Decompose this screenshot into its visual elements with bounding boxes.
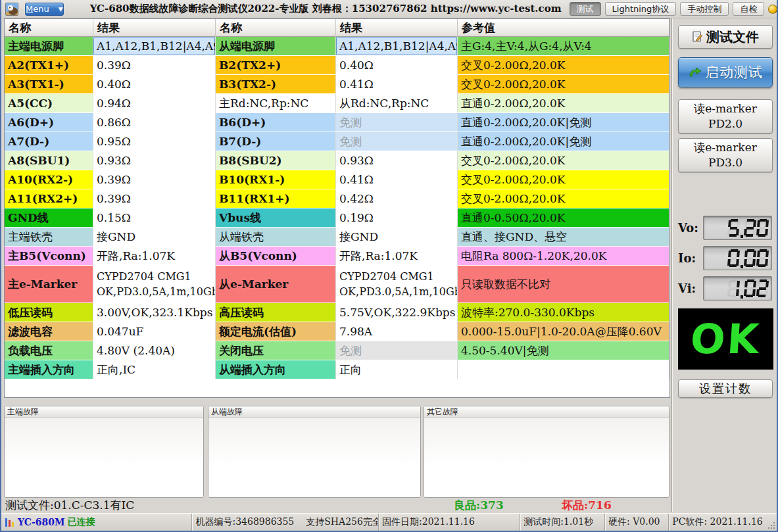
table-cell: 4.80V (2.40A) [93, 341, 216, 360]
table-cell: 0.41Ω [336, 75, 458, 94]
read-emarker-pd3-button[interactable]: 读e-marker PD3.0 [678, 138, 773, 172]
table-cell: 从Rd:NC,Rp:NC [336, 94, 458, 113]
vi-display [703, 276, 772, 301]
table-row[interactable]: A11(RX2+)0.39ΩB11(RX1+)0.42Ω交叉0-2.00Ω,20… [5, 189, 669, 208]
table-row[interactable]: 主端电源脚A1,A12,B1,B12|A4,A9从端电源脚A1,A12,B1,B… [5, 37, 669, 56]
bad-count: 坏品:716 [562, 498, 612, 513]
resize-grip[interactable] [766, 514, 777, 531]
table-cell: 滤波电容 [5, 322, 93, 341]
minimize-orb-button[interactable] [768, 5, 777, 14]
table-cell: GND线 [5, 208, 93, 228]
table-cell: 直通0-2.00Ω,20.0K|免测 [458, 132, 669, 151]
table-cell: 从端插入方向 [216, 360, 336, 379]
vo-meter: Vo: [678, 216, 773, 240]
io-meter: Io: [678, 246, 773, 270]
table-cell: 直通、接GND、悬空 [458, 228, 669, 247]
table-cell: 从端电源脚 [216, 37, 336, 56]
table-cell: A2(TX1+) [5, 56, 93, 75]
table-row[interactable]: A7(D-)0.95ΩB7(D-)免测直通0-2.00Ω,20.0K|免测 [5, 132, 669, 151]
vi-label: Vi: [678, 281, 703, 295]
table-cell: A6(D+) [5, 113, 93, 132]
table-cell: 关闭电压 [216, 341, 336, 360]
table-cell: 开路,Ra:1.07K [336, 247, 458, 266]
table-row[interactable]: 滤波电容0.047uF额定电流(估值)7.98A0.000-15.0uF|1.0… [5, 322, 669, 341]
table-cell: 主端铁壳 [5, 228, 93, 247]
table-cell: 交叉0-2.00Ω,20.0K [458, 75, 669, 94]
table-row[interactable]: 低压读码3.00V,OK,323.1Kbps高压读码5.75V,OK,322.9… [5, 303, 669, 322]
table-cell: B6(D+) [216, 113, 336, 132]
main-fault-panel: 主端故障 [4, 406, 204, 498]
table-cell: B11(RX1+) [216, 189, 336, 208]
control-sidebar: 测试文件 启动测试 读e-marker PD2.0 读e-marker PD3.… [671, 18, 778, 512]
table-cell: B7(D-) [216, 132, 336, 151]
table-row[interactable]: 负载电压4.80V (2.40A)关闭电压免测4.50-5.40V|免测 [5, 341, 669, 360]
table-row[interactable]: GND线0.15ΩVbus线0.19Ω直通0-0.50Ω,20.0K [5, 208, 669, 228]
table-cell: 0.41Ω [336, 170, 458, 189]
table-cell: 交叉0-2.00Ω,20.0K [458, 170, 669, 189]
tab-test[interactable]: 测试 [570, 2, 601, 16]
table-cell: A8(SBU1) [5, 151, 93, 170]
segment-digit [744, 249, 756, 267]
table-cell: 低压读码 [5, 303, 93, 322]
table-cell: 主e-Marker [5, 266, 93, 303]
table-cell: 0.39Ω [93, 189, 216, 208]
table-cell: 正向,IC [93, 360, 216, 379]
table-row[interactable]: 主B5(Vconn)开路,Ra:1.07K从B5(Vconn)开路,Ra:1.0… [5, 247, 669, 266]
column-header[interactable]: 名称 [5, 19, 93, 37]
table-row[interactable]: A10(RX2-)0.39ΩB10(RX1-)0.41Ω交叉0-2.00Ω,20… [5, 170, 669, 189]
title-bar: Menu ▼ YC-680数据线故障诊断综合测试仪2022-专业版 刘春根：15… [1, 0, 777, 18]
table-cell: 0.42Ω [336, 189, 458, 208]
column-header[interactable]: 参考值 [458, 19, 669, 37]
result-text: OK [689, 315, 763, 363]
column-header[interactable]: 结果 [336, 19, 458, 37]
table-row[interactable]: 主端插入方向正向,IC从端插入方向正向 [5, 360, 669, 379]
column-header[interactable]: 结果 [93, 19, 216, 37]
table-row[interactable]: 主端铁壳接GND从端铁壳接GND直通、接GND、悬空 [5, 228, 669, 247]
table-row[interactable]: A8(SBU1)0.93ΩB8(SBU2)0.93Ω交叉0-2.00Ω,20.0… [5, 151, 669, 170]
main-fault-list[interactable] [5, 418, 203, 498]
table-cell: 0.86Ω [93, 113, 216, 132]
table-row[interactable]: A5(CC)0.94Ω主Rd:NC,Rp:NC从Rd:NC,Rp:NC直通0-2… [5, 94, 669, 113]
table-cell: 主B5(Vconn) [5, 247, 93, 266]
machine-pane: 机器编号:3468986355 支持SHA256完全检测 [191, 514, 378, 531]
machine-id: 机器编号:3468986355 [195, 516, 294, 528]
menu-button[interactable]: Menu ▼ [25, 3, 64, 16]
table-cell: 波特率:270.0-330.0Kbps [458, 303, 669, 322]
table-row[interactable]: 主e-MarkerCYPD2704 CMG1 OK,PD3.0,5A,1m,10… [5, 266, 669, 303]
window-title: YC-680数据线故障诊断综合测试仪2022-专业版 刘春根：153027678… [90, 3, 562, 15]
table-row[interactable]: A2(TX1+)0.39ΩB2(TX2+)0.40Ω交叉0-2.00Ω,20.0… [5, 56, 669, 75]
table-cell: 接GND [336, 228, 458, 247]
table-cell: 从e-Marker [216, 266, 336, 303]
segment-digit [756, 249, 769, 267]
table-cell: 0.93Ω [93, 151, 216, 170]
test-file-button[interactable]: 测试文件 [678, 25, 773, 49]
sha-support: 支持SHA256完全检测 [306, 516, 378, 528]
table-cell: B2(TX2+) [216, 56, 336, 75]
status-bar: YC-680M已连接 机器编号:3468986355 支持SHA256完全检测 … [1, 513, 777, 531]
start-test-button[interactable]: 启动测试 [678, 57, 773, 87]
table-cell: 直通0-2.00Ω,20.0K|免测 [458, 113, 669, 132]
read-emarker-pd2-button[interactable]: 读e-marker PD2.0 [678, 99, 773, 133]
result-indicator: OK [678, 308, 773, 370]
table-row[interactable]: A6(D+)0.86ΩB6(D+)免测直通0-2.00Ω,20.0K|免测 [5, 113, 669, 132]
current-test-file: 测试文件:01.C-C3.1有IC [5, 498, 134, 513]
slave-fault-panel: 从端故障 [208, 406, 421, 498]
segment-decimal-point [741, 265, 743, 268]
other-fault-list[interactable] [424, 418, 669, 498]
table-cell: 0.94Ω [93, 94, 216, 113]
io-display [703, 246, 772, 270]
vi-meter: Vi: [678, 276, 773, 301]
io-label: Io: [678, 251, 703, 265]
tab-lightning-protocol[interactable]: Lightning协议 [605, 2, 677, 16]
table-row[interactable]: A3(TX1-)0.40ΩB3(TX2-)0.41Ω交叉0-2.00Ω,20.0… [5, 75, 669, 94]
column-header[interactable]: 名称 [216, 19, 336, 37]
tab-manual-control[interactable]: 手动控制 [680, 2, 729, 16]
table-cell: B3(TX2-) [216, 75, 336, 94]
set-count-button[interactable]: 设置计数 [678, 379, 773, 398]
tab-self-check[interactable]: 自检 [733, 2, 764, 16]
slave-fault-list[interactable] [208, 418, 420, 498]
other-fault-panel: 其它故障 [424, 406, 669, 498]
meter-group: Vo: Io: Vi: [678, 216, 773, 301]
table-cell: 主Rd:NC,Rp:NC [216, 94, 336, 113]
table-cell: A1,A12,B1,B12|A4,A9 [93, 37, 216, 56]
